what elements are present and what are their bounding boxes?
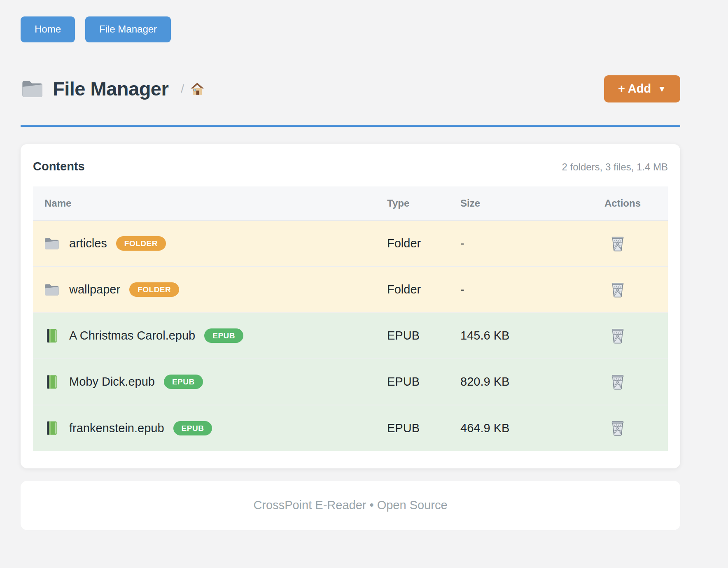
file-table: Name Type Size Actions articles FOLDER F… [33,186,668,451]
row-size: - [460,221,604,267]
row-size: - [460,267,604,313]
row-name[interactable]: Moby Dick.epub [69,375,155,389]
row-name[interactable]: wallpaper [69,283,120,296]
delete-button[interactable] [609,234,627,254]
folder-icon [44,236,69,251]
column-header-size: Size [460,186,604,221]
chevron-down-icon: ▼ [658,84,666,93]
green-book-icon [44,375,69,389]
row-type: EPUB [387,405,460,451]
row-name[interactable]: articles [69,237,107,250]
delete-button[interactable] [609,280,627,300]
row-type: Folder [387,221,460,267]
table-header-row: Name Type Size Actions [33,186,668,221]
table-row: Moby Dick.epub EPUB EPUB 820.9 KB [33,359,668,405]
row-badge: EPUB [164,375,203,389]
add-button[interactable]: + Add ▼ [604,75,680,102]
row-type: Folder [387,267,460,313]
row-badge: EPUB [173,421,212,435]
row-badge: EPUB [204,328,243,343]
row-badge: FOLDER [116,236,166,251]
row-name[interactable]: A Christmas Carol.epub [69,329,195,342]
delete-button[interactable] [609,418,627,438]
footer-text: CrossPoint E-Reader • Open Source [253,498,447,512]
home-nav-button[interactable]: Home [21,16,75,42]
table-row: frankenstein.epub EPUB EPUB 464.9 KB [33,405,668,451]
table-row: articles FOLDER Folder - [33,221,668,267]
file-manager-nav-button[interactable]: File Manager [85,16,171,42]
row-name[interactable]: frankenstein.epub [69,421,164,435]
table-row: A Christmas Carol.epub EPUB EPUB 145.6 K… [33,313,668,359]
column-header-actions: Actions [604,186,668,221]
trash-icon [610,235,625,252]
green-book-icon [44,328,69,343]
green-book-icon [44,421,69,435]
row-size: 145.6 KB [460,313,604,359]
row-size: 464.9 KB [460,405,604,451]
page-container: Home File Manager File Manager / + Add ▼… [21,0,680,530]
folder-icon [44,282,69,297]
folder-icon [21,79,44,99]
column-header-type: Type [387,186,460,221]
delete-button[interactable] [609,372,627,392]
contents-summary: 2 folders, 3 files, 1.4 MB [562,161,668,173]
column-header-name: Name [33,186,387,221]
page-header: File Manager / + Add ▼ [21,75,680,102]
delete-button[interactable] [609,326,627,346]
trash-icon [610,420,625,436]
footer: CrossPoint E-Reader • Open Source [21,481,680,530]
home-icon[interactable] [190,82,205,96]
title-divider [21,125,680,127]
trash-icon [610,328,625,344]
page-title: File Manager [53,77,168,100]
trash-icon [610,374,625,390]
row-type: EPUB [387,313,460,359]
table-row: wallpaper FOLDER Folder - [33,267,668,313]
contents-card: Contents 2 folders, 3 files, 1.4 MB Name… [21,144,680,468]
contents-heading: Contents [33,160,85,173]
row-size: 820.9 KB [460,359,604,405]
row-badge: FOLDER [129,282,179,297]
row-type: EPUB [387,359,460,405]
trash-icon [610,282,625,298]
top-nav: Home File Manager [21,16,680,42]
breadcrumb-separator: / [181,82,184,95]
contents-card-header: Contents 2 folders, 3 files, 1.4 MB [33,160,668,173]
title-group: File Manager / [21,77,205,100]
add-button-label: + Add [618,82,651,95]
table-body: articles FOLDER Folder - wallpaper FOLDE… [33,221,668,451]
